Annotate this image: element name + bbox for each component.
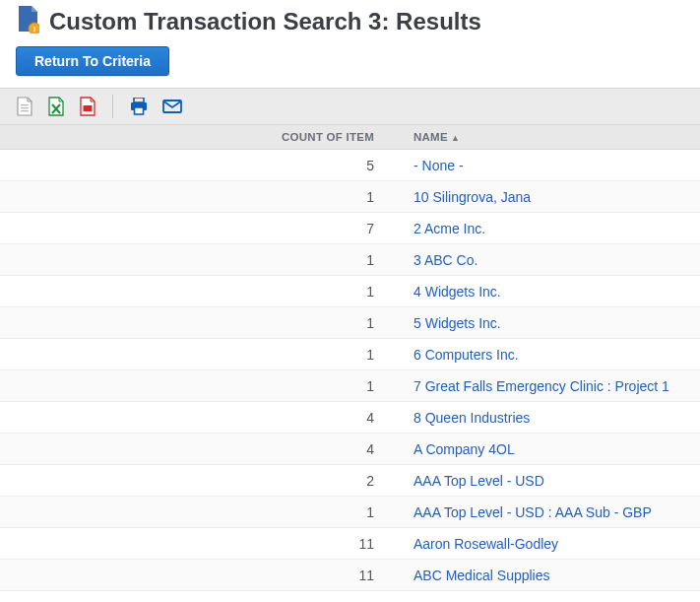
email-icon[interactable] <box>162 100 182 113</box>
cell-count: 1 <box>0 315 384 331</box>
cell-count: 1 <box>0 189 384 205</box>
column-header-name[interactable]: NAME▲ <box>384 125 700 149</box>
name-header-label: NAME <box>414 131 448 143</box>
name-link[interactable]: 8 Queen Industries <box>414 410 530 426</box>
table-header-row: COUNT OF ITEM NAME▲ <box>0 125 700 150</box>
svg-rect-2 <box>21 104 29 105</box>
name-link[interactable]: AAA Top Level - USD <box>414 473 544 489</box>
name-link[interactable]: Aaron Rosewall-Godley <box>414 536 558 552</box>
table-row: 5- None - <box>0 150 700 181</box>
svg-rect-5 <box>84 105 93 111</box>
table-row: 16 Computers Inc. <box>0 339 700 370</box>
document-icon: i <box>16 6 39 36</box>
name-link[interactable]: 2 Acme Inc. <box>414 221 485 236</box>
print-icon[interactable] <box>129 98 149 115</box>
cell-name: AAA Top Level - USD : AAA Sub - GBP <box>384 504 700 520</box>
name-link[interactable]: 6 Computers Inc. <box>414 347 519 363</box>
cell-name: ABC Medical Supplies <box>384 568 700 583</box>
cell-count: 1 <box>0 504 384 520</box>
name-link[interactable]: 3 ABC Co. <box>414 252 477 268</box>
table-row: 110 Silingrova, Jana <box>0 181 700 213</box>
return-to-criteria-button[interactable]: Return To Criteria <box>16 46 169 76</box>
cell-count: 11 <box>0 536 384 552</box>
cell-name: 10 Silingrova, Jana <box>384 189 700 205</box>
table-row: 11Aaron Rosewall-Godley <box>0 528 700 560</box>
cell-count: 1 <box>0 252 384 268</box>
cell-name: - None - <box>384 158 700 173</box>
svg-rect-6 <box>134 98 144 102</box>
cell-count: 11 <box>0 568 384 583</box>
export-excel-icon[interactable] <box>47 97 65 116</box>
cell-name: Aaron Rosewall-Godley <box>384 536 700 552</box>
cell-name: 5 Widgets Inc. <box>384 315 700 331</box>
cell-count: 1 <box>0 284 384 300</box>
svg-rect-8 <box>135 107 144 114</box>
cell-count: 4 <box>0 441 384 457</box>
table-row: 2AAA Top Level - USD <box>0 465 700 497</box>
cell-count: 4 <box>0 410 384 426</box>
name-link[interactable]: 4 Widgets Inc. <box>414 284 501 300</box>
toolbar-separator <box>112 95 113 118</box>
export-pdf-icon[interactable] <box>79 97 96 116</box>
svg-rect-4 <box>21 110 29 111</box>
table-row: 14 Widgets Inc. <box>0 276 700 307</box>
sort-ascending-icon: ▲ <box>451 133 460 143</box>
cell-name: A Company 4OL <box>384 441 700 457</box>
svg-text:i: i <box>33 25 35 33</box>
table-row: 11ABC Medical Supplies <box>0 560 700 591</box>
cell-count: 1 <box>0 347 384 363</box>
cell-name: 3 ABC Co. <box>384 252 700 268</box>
table-row: 15 Widgets Inc. <box>0 307 700 339</box>
results-table: COUNT OF ITEM NAME▲ 5- None -110 Silingr… <box>0 125 700 591</box>
name-link[interactable]: 5 Widgets Inc. <box>414 315 501 331</box>
cell-name: 2 Acme Inc. <box>384 221 700 236</box>
column-header-count[interactable]: COUNT OF ITEM <box>0 125 384 149</box>
name-link[interactable]: ABC Medical Supplies <box>414 568 550 583</box>
table-row: 1AAA Top Level - USD : AAA Sub - GBP <box>0 497 700 528</box>
action-button-row: Return To Criteria <box>0 38 700 88</box>
table-row: 48 Queen Industries <box>0 402 700 434</box>
name-link[interactable]: 7 Great Falls Emergency Clinic : Project… <box>414 378 669 394</box>
table-row: 72 Acme Inc. <box>0 213 700 244</box>
export-csv-icon[interactable] <box>16 97 33 116</box>
cell-count: 5 <box>0 158 384 173</box>
export-toolbar <box>0 88 700 125</box>
cell-name: 4 Widgets Inc. <box>384 284 700 300</box>
cell-count: 7 <box>0 221 384 236</box>
table-row: 17 Great Falls Emergency Clinic : Projec… <box>0 370 700 402</box>
count-header-label: COUNT OF ITEM <box>282 131 374 143</box>
svg-rect-3 <box>21 107 29 108</box>
table-row: 13 ABC Co. <box>0 244 700 276</box>
name-link[interactable]: 10 Silingrova, Jana <box>414 189 531 205</box>
cell-name: 6 Computers Inc. <box>384 347 700 363</box>
name-link[interactable]: - None - <box>414 158 464 173</box>
name-link[interactable]: AAA Top Level - USD : AAA Sub - GBP <box>414 504 652 520</box>
page-title: Custom Transaction Search 3: Results <box>49 8 481 35</box>
name-link[interactable]: A Company 4OL <box>414 441 515 457</box>
table-row: 4A Company 4OL <box>0 434 700 465</box>
cell-name: 8 Queen Industries <box>384 410 700 426</box>
cell-count: 2 <box>0 473 384 489</box>
cell-name: AAA Top Level - USD <box>384 473 700 489</box>
table-body: 5- None -110 Silingrova, Jana72 Acme Inc… <box>0 150 700 591</box>
cell-name: 7 Great Falls Emergency Clinic : Project… <box>384 378 700 394</box>
cell-count: 1 <box>0 378 384 394</box>
page-header: i Custom Transaction Search 3: Results <box>0 0 700 38</box>
